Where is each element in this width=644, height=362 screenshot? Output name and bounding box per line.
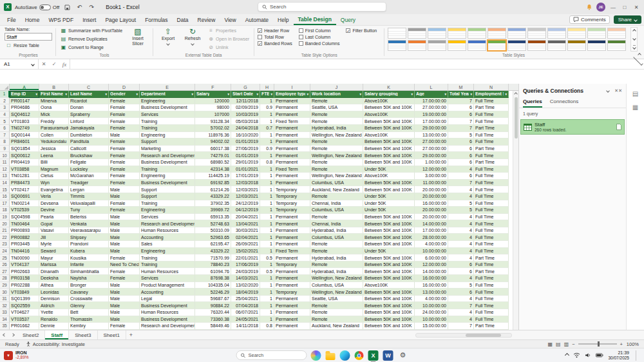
cell[interactable]: 27/06/2019: [231, 146, 260, 153]
row-number-5[interactable]: 5: [0, 118, 10, 125]
cell[interactable]: 52748.63: [195, 220, 231, 227]
cell[interactable]: Between 50K and 100K: [363, 309, 415, 316]
cell[interactable]: 42314.38: [195, 166, 231, 173]
cell[interactable]: 27.00:00:00: [415, 104, 448, 111]
name-box[interactable]: A1: [0, 59, 39, 69]
header-cell-salary-grouping[interactable]: Salary grouping: [363, 91, 415, 98]
cell[interactable]: Female: [109, 254, 140, 262]
normal-view-button[interactable]: [548, 341, 553, 347]
cell[interactable]: 78840.23: [195, 262, 231, 269]
row-number-34[interactable]: 34: [0, 316, 10, 323]
cell[interactable]: 30/03/2021: [231, 227, 260, 234]
cell[interactable]: Ricardot: [69, 98, 109, 105]
row-number-6[interactable]: 6: [0, 125, 10, 132]
cell[interactable]: Evangelina: [39, 186, 69, 193]
cell[interactable]: Collen: [39, 132, 69, 139]
cell[interactable]: Yedukondalu: [39, 138, 69, 146]
cell[interactable]: 12/03/2021: [231, 186, 260, 193]
cell[interactable]: Remote: [310, 241, 363, 248]
cell[interactable]: PR84473: [10, 180, 39, 187]
cell[interactable]: 59687.67: [195, 296, 231, 303]
cell[interactable]: Part Time: [474, 104, 509, 111]
cell[interactable]: 20.00:00:00: [415, 193, 448, 200]
menu-tab-table-design[interactable]: Table Design: [294, 14, 336, 25]
cell[interactable]: Above100K: [363, 282, 415, 289]
cell[interactable]: 98000: [195, 104, 231, 111]
cell[interactable]: VT03849: [10, 289, 39, 296]
cell[interactable]: Legal: [140, 296, 195, 303]
cell[interactable]: 06/07/2021: [231, 309, 260, 316]
cell[interactable]: Male: [109, 248, 140, 255]
menu-tab-automate[interactable]: Automate: [241, 14, 273, 25]
cell[interactable]: 29/01/2019: [231, 159, 260, 166]
formula-input[interactable]: [70, 59, 632, 69]
cell[interactable]: 5: [448, 282, 474, 289]
cell[interactable]: Thomassin: [69, 316, 109, 323]
cell[interactable]: Panditula: [69, 138, 109, 146]
cell[interactable]: Above100K: [363, 111, 415, 119]
column-header-J[interactable]: J: [310, 84, 363, 90]
column-header-H[interactable]: H: [260, 84, 274, 90]
cell[interactable]: Leonidas: [39, 289, 69, 296]
cell[interactable]: 14.00:00:00: [415, 268, 448, 275]
cell[interactable]: 118976.36: [195, 132, 231, 139]
cell[interactable]: SQ00691: [10, 193, 39, 200]
cell[interactable]: 01/01/2019: [231, 152, 260, 159]
cell[interactable]: Full Time: [474, 262, 509, 269]
cell[interactable]: Wellington, New Zealand: [310, 275, 363, 282]
cell[interactable]: Female: [109, 152, 140, 159]
cell[interactable]: 114425.19: [195, 173, 231, 180]
cell[interactable]: Full Time: [474, 111, 509, 119]
user-avatar[interactable]: JE: [596, 3, 605, 12]
cell[interactable]: TN02749: [10, 125, 39, 132]
first-column-checkbox[interactable]: First Column: [299, 28, 340, 33]
cell[interactable]: 104335.04: [195, 282, 231, 289]
column-header-L[interactable]: L: [415, 84, 448, 90]
cell[interactable]: Between 50K and 100K: [363, 146, 415, 153]
sheet-tab-sheet2[interactable]: Sheet2: [17, 330, 45, 339]
cell[interactable]: 5: [448, 200, 474, 207]
cell[interactable]: 10.00:00:00: [415, 316, 448, 323]
cell[interactable]: 16.00:00:00: [415, 200, 448, 207]
menu-tab-query[interactable]: Query: [336, 14, 360, 25]
cell[interactable]: 12.00:00:00: [415, 262, 448, 269]
cell[interactable]: 68980.52: [195, 159, 231, 166]
row-number-13[interactable]: 13: [0, 173, 10, 180]
cell[interactable]: Male: [109, 193, 140, 200]
cell[interactable]: Permanent: [274, 254, 310, 262]
menu-tab-file[interactable]: File: [3, 14, 21, 25]
chrome-icon[interactable]: [355, 351, 364, 360]
row-number-3[interactable]: 3: [0, 104, 10, 111]
cell[interactable]: 61214.26: [195, 186, 231, 193]
cell[interactable]: 1: [260, 152, 274, 159]
cell[interactable]: Engineering: [140, 173, 195, 180]
cell[interactable]: Full Time: [474, 248, 509, 255]
cell[interactable]: 1: [260, 302, 274, 309]
cell[interactable]: Between 50K and 100K: [363, 227, 415, 234]
table-style-thumb[interactable]: [488, 28, 506, 39]
cell[interactable]: PR04419: [10, 159, 39, 166]
copilot-icon[interactable]: [311, 350, 321, 361]
table-style-thumb[interactable]: [607, 28, 626, 39]
cell[interactable]: Timmis: [69, 193, 109, 200]
cell[interactable]: 1: [260, 241, 274, 248]
cell[interactable]: 1: [260, 118, 274, 125]
cell[interactable]: 10.00:00:00: [415, 248, 448, 255]
cell[interactable]: Seattle, USA: [310, 296, 363, 303]
cell[interactable]: Male: [109, 214, 140, 221]
row-number-28[interactable]: 28: [0, 275, 10, 282]
column-header-F[interactable]: F: [195, 84, 231, 90]
cell[interactable]: Female: [109, 118, 140, 125]
convert-to-range-button[interactable]: Convert to Range: [59, 44, 124, 51]
cell[interactable]: TN00464: [10, 220, 39, 227]
cell[interactable]: Parasuramudu: [39, 125, 69, 132]
cell[interactable]: Veeravasarapu: [69, 227, 109, 234]
table-style-thumb[interactable]: [388, 28, 406, 39]
cell[interactable]: 16/10/2020: [231, 132, 260, 139]
cell[interactable]: 4: [448, 234, 474, 241]
cell[interactable]: PR84601: [10, 138, 39, 146]
cell[interactable]: Oona: [39, 104, 69, 111]
query-list-item-staff[interactable]: Staff 260 rows loaded.: [520, 119, 625, 135]
header-cell-employment-status[interactable]: Employment Status: [474, 91, 509, 98]
cell[interactable]: Under 50K: [363, 166, 415, 173]
